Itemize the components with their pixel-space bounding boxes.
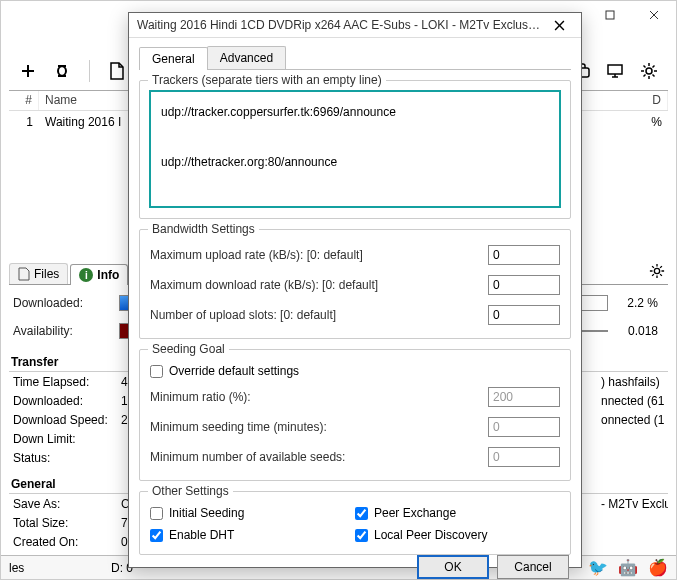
slots-input[interactable] [488, 305, 560, 325]
peer-exchange-checkbox[interactable] [355, 507, 368, 520]
tab-general[interactable]: General [139, 47, 208, 70]
override-checkbox-row[interactable]: Override default settings [150, 360, 560, 382]
peer-exchange-label: Peer Exchange [374, 506, 456, 520]
tab-info-label: Info [97, 268, 119, 282]
android-icon[interactable]: 🤖 [618, 558, 638, 577]
trackers-legend: Trackers (separate tiers with an empty l… [148, 73, 386, 87]
enable-dht-row[interactable]: Enable DHT [150, 524, 355, 546]
total-k: Total Size: [9, 516, 121, 530]
svg-rect-8 [608, 65, 622, 74]
seeding-group: Seeding Goal Override default settings M… [139, 349, 571, 481]
dl-k: Downloaded: [9, 394, 121, 408]
info-icon: i [79, 268, 93, 282]
dialog-footer: OK Cancel [129, 555, 581, 580]
col-num[interactable]: # [9, 91, 39, 110]
svg-rect-1 [606, 11, 614, 19]
local-peer-checkbox[interactable] [355, 529, 368, 542]
create-torrent-button[interactable] [106, 60, 128, 82]
row-num: 1 [9, 113, 39, 131]
trackers-textarea[interactable] [150, 91, 560, 207]
slots-label: Number of upload slots: [0: default] [150, 308, 488, 322]
torrent-properties-dialog: Waiting 2016 Hindi 1CD DVDRip x264 AAC E… [128, 12, 582, 568]
downloaded-pct: 2.2 % [608, 296, 668, 310]
created-k: Created On: [9, 535, 121, 549]
toolbar-separator [89, 60, 90, 82]
bandwidth-legend: Bandwidth Settings [148, 222, 259, 236]
override-label: Override default settings [169, 364, 299, 378]
seedtime-input [488, 417, 560, 437]
dialog-tabs: General Advanced [139, 46, 571, 70]
max-up-input[interactable] [488, 245, 560, 265]
maximize-button[interactable] [588, 1, 632, 29]
saveas-k: Save As: [9, 497, 121, 511]
ratio-input [488, 387, 560, 407]
seeding-legend: Seeding Goal [148, 342, 229, 356]
max-down-label: Maximum download rate (kB/s): [0: defaul… [150, 278, 488, 292]
trackers-group: Trackers (separate tiers with an empty l… [139, 80, 571, 219]
settings-button[interactable] [638, 60, 660, 82]
tab-advanced-label: Advanced [220, 51, 273, 65]
tab-general-label: General [152, 52, 195, 66]
seedtime-label: Minimum seeding time (minutes): [150, 420, 488, 434]
add-url-button[interactable] [51, 60, 73, 82]
file-icon [18, 267, 30, 281]
local-peer-label: Local Peer Discovery [374, 528, 487, 542]
remote-button[interactable] [604, 60, 626, 82]
svg-point-11 [646, 68, 652, 74]
add-torrent-button[interactable] [17, 60, 39, 82]
tab-files[interactable]: Files [9, 263, 68, 284]
peer-exchange-row[interactable]: Peer Exchange [355, 502, 560, 524]
ratio-label: Minimum ratio (%): [150, 390, 488, 404]
close-icon [554, 20, 565, 31]
status-k: Status: [9, 451, 121, 465]
downloaded-label: Downloaded: [9, 296, 119, 310]
local-peer-row[interactable]: Local Peer Discovery [355, 524, 560, 546]
twitter-icon[interactable]: 🐦 [588, 558, 608, 577]
enable-dht-label: Enable DHT [169, 528, 234, 542]
apple-icon[interactable]: 🍎 [648, 558, 668, 577]
availability-val: 0.018 [608, 324, 668, 338]
svg-point-12 [654, 268, 659, 273]
minseeds-input [488, 447, 560, 467]
dialog-titlebar[interactable]: Waiting 2016 Hindi 1CD DVDRip x264 AAC E… [129, 13, 581, 38]
tab-info[interactable]: i Info [70, 264, 128, 285]
ok-button[interactable]: OK [417, 555, 489, 579]
availability-label: Availability: [9, 324, 119, 338]
other-legend: Other Settings [148, 484, 233, 498]
dialog-close-button[interactable] [541, 13, 577, 37]
initial-seeding-checkbox[interactable] [150, 507, 163, 520]
close-button[interactable] [632, 1, 676, 29]
elapsed-k: Time Elapsed: [9, 375, 121, 389]
cancel-button[interactable]: Cancel [497, 555, 569, 579]
initial-seeding-row[interactable]: Initial Seeding [150, 502, 355, 524]
initial-seeding-label: Initial Seeding [169, 506, 244, 520]
override-checkbox[interactable] [150, 365, 163, 378]
dlim-k: Down Limit: [9, 432, 121, 446]
dls-k: Download Speed: [9, 413, 121, 427]
bandwidth-group: Bandwidth Settings Maximum upload rate (… [139, 229, 571, 339]
enable-dht-checkbox[interactable] [150, 529, 163, 542]
other-group: Other Settings Initial Seeding Enable DH… [139, 491, 571, 555]
dialog-title-text: Waiting 2016 Hindi 1CD DVDRip x264 AAC E… [137, 18, 541, 32]
status-left: les [9, 561, 24, 575]
detail-settings-button[interactable] [646, 260, 668, 282]
max-up-label: Maximum upload rate (kB/s): [0: default] [150, 248, 488, 262]
tab-advanced[interactable]: Advanced [207, 46, 286, 69]
tab-files-label: Files [34, 267, 59, 281]
max-down-input[interactable] [488, 275, 560, 295]
minseeds-label: Minimum number of available seeds: [150, 450, 488, 464]
